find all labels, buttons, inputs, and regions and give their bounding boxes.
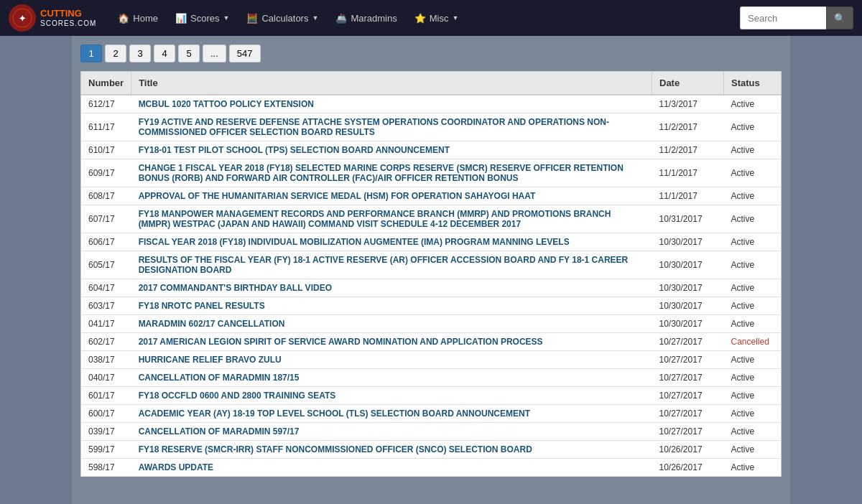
search-wrapper: 🔍 xyxy=(740,6,853,29)
cell-status: Active xyxy=(724,95,782,113)
table-row: 612/17MCBUL 1020 TATTOO POLICY EXTENSION… xyxy=(81,95,782,113)
pagination: 12345...547 xyxy=(80,45,782,62)
eagle-icon: ✦ xyxy=(12,8,32,28)
cell-date: 10/27/2017 xyxy=(652,333,724,351)
cell-number: 038/17 xyxy=(81,351,131,369)
cell-title: FY18-01 TEST PILOT SCHOOL (TPS) SELECTIO… xyxy=(131,141,652,159)
cell-date: 10/30/2017 xyxy=(652,279,724,297)
cell-number: 610/17 xyxy=(81,141,131,159)
title-link[interactable]: MCBUL 1020 TATTOO POLICY EXTENSION xyxy=(139,99,314,109)
col-header-date: Date xyxy=(652,72,724,95)
page-button-1[interactable]: 1 xyxy=(80,45,102,62)
cell-title: HURRICANE RELIEF BRAVO ZULU xyxy=(131,351,652,369)
calculators-icon: 🧮 xyxy=(246,13,258,24)
title-link[interactable]: FY18 MANPOWER MANAGEMENT RECORDS AND PER… xyxy=(139,209,611,229)
cell-date: 10/27/2017 xyxy=(652,423,724,441)
title-link[interactable]: FISCAL YEAR 2018 (FY18) INDIVIDUAL MOBIL… xyxy=(139,237,570,247)
cell-date: 11/1/2017 xyxy=(652,187,724,205)
table-row: 040/17CANCELLATION OF MARADMIN 187/1510/… xyxy=(81,369,782,387)
cell-title: 2017 COMMANDANT'S BIRTHDAY BALL VIDEO xyxy=(131,279,652,297)
svg-text:✦: ✦ xyxy=(19,14,26,24)
cell-status: Active xyxy=(724,423,782,441)
title-link[interactable]: FY18-01 TEST PILOT SCHOOL (TPS) SELECTIO… xyxy=(139,145,450,155)
brand-name: CUTTING xyxy=(40,9,96,19)
cell-date: 11/1/2017 xyxy=(652,159,724,187)
title-link[interactable]: ACADEMIC YEAR (AY) 18-19 TOP LEVEL SCHOO… xyxy=(139,409,530,419)
col-header-number: Number xyxy=(81,72,131,95)
maradmins-button[interactable]: 🚢 Maradmins xyxy=(328,9,404,28)
home-label: Home xyxy=(133,13,158,24)
data-table: Number Title Date Status 612/17MCBUL 102… xyxy=(80,71,782,477)
page-button-...[interactable]: ... xyxy=(203,45,226,62)
table-row: 601/17FY18 OCCFLD 0600 AND 2800 TRAINING… xyxy=(81,387,782,405)
cell-status: Active xyxy=(724,441,782,459)
search-icon: 🔍 xyxy=(834,13,845,24)
brand-icon: ✦ xyxy=(9,4,36,32)
table-header-row: Number Title Date Status xyxy=(81,72,782,95)
table-row: 039/17CANCELLATION OF MARADMIN 597/1710/… xyxy=(81,423,782,441)
title-link[interactable]: FY19 ACTIVE AND RESERVE DEFENSE ATTACHE … xyxy=(139,117,609,137)
misc-button[interactable]: ⭐ Misc ▼ xyxy=(407,9,466,28)
misc-icon: ⭐ xyxy=(414,13,426,24)
table-row: 602/172017 AMERICAN LEGION SPIRIT OF SER… xyxy=(81,333,782,351)
cell-date: 11/2/2017 xyxy=(652,113,724,141)
search-button[interactable]: 🔍 xyxy=(826,6,853,29)
brand-text: CUTTING SCORES.COM xyxy=(40,9,96,27)
cell-number: 605/17 xyxy=(81,251,131,279)
page-button-5[interactable]: 5 xyxy=(178,45,200,62)
cell-date: 10/27/2017 xyxy=(652,369,724,387)
cell-status: Active xyxy=(724,205,782,233)
page-button-4[interactable]: 4 xyxy=(154,45,175,62)
title-link[interactable]: FY18 RESERVE (SMCR-IRR) STAFF NONCOMMISS… xyxy=(139,444,532,454)
search-input[interactable] xyxy=(740,6,826,29)
title-link[interactable]: CANCELLATION OF MARADMIN 597/17 xyxy=(139,426,300,437)
table-row: 610/17FY18-01 TEST PILOT SCHOOL (TPS) SE… xyxy=(81,141,782,159)
home-icon: 🏠 xyxy=(118,13,129,24)
brand-logo[interactable]: ✦ CUTTING SCORES.COM xyxy=(9,4,96,32)
cell-number: 609/17 xyxy=(81,159,131,187)
title-link[interactable]: CANCELLATION OF MARADMIN 187/15 xyxy=(139,373,300,383)
cell-status: Active xyxy=(724,251,782,279)
title-link[interactable]: RESULTS OF THE FISCAL YEAR (FY) 18-1 ACT… xyxy=(139,255,629,275)
table-row: 609/17CHANGE 1 FISCAL YEAR 2018 (FY18) S… xyxy=(81,159,782,187)
cell-title: CANCELLATION OF MARADMIN 187/15 xyxy=(131,369,652,387)
table-body: 612/17MCBUL 1020 TATTOO POLICY EXTENSION… xyxy=(81,95,782,477)
page-button-2[interactable]: 2 xyxy=(105,45,126,62)
cell-number: 599/17 xyxy=(81,441,131,459)
title-link[interactable]: CHANGE 1 FISCAL YEAR 2018 (FY18) SELECTE… xyxy=(139,163,624,183)
cell-title: APPROVAL OF THE HUMANITARIAN SERVICE MED… xyxy=(131,187,652,205)
cell-number: 602/17 xyxy=(81,333,131,351)
cell-number: 611/17 xyxy=(81,113,131,141)
title-link[interactable]: MARADMIN 602/17 CANCELLATION xyxy=(139,319,285,329)
scores-button[interactable]: 📊 Scores ▼ xyxy=(168,9,236,28)
page-button-547[interactable]: 547 xyxy=(229,45,261,62)
calculators-button[interactable]: 🧮 Calculators ▼ xyxy=(239,9,325,28)
title-link[interactable]: FY18 OCCFLD 0600 AND 2800 TRAINING SEATS xyxy=(139,391,336,401)
navbar: ✦ CUTTING SCORES.COM 🏠 Home 📊 Scores ▼ 🧮… xyxy=(0,0,862,36)
table-row: 600/17ACADEMIC YEAR (AY) 18-19 TOP LEVEL… xyxy=(81,405,782,423)
cell-status: Active xyxy=(724,233,782,251)
cell-title: FY18 OCCFLD 0600 AND 2800 TRAINING SEATS xyxy=(131,387,652,405)
cell-date: 10/30/2017 xyxy=(652,233,724,251)
cell-date: 10/30/2017 xyxy=(652,297,724,315)
cell-date: 11/3/2017 xyxy=(652,95,724,113)
title-link[interactable]: 2017 COMMANDANT'S BIRTHDAY BALL VIDEO xyxy=(139,283,332,293)
cell-number: 600/17 xyxy=(81,405,131,423)
title-link[interactable]: AWARDS UPDATE xyxy=(139,462,213,472)
table-row: 598/17AWARDS UPDATE10/26/2017Active xyxy=(81,459,782,477)
title-link[interactable]: 2017 AMERICAN LEGION SPIRIT OF SERVICE A… xyxy=(139,337,543,347)
cell-date: 11/2/2017 xyxy=(652,141,724,159)
scores-caret-icon: ▼ xyxy=(223,14,230,22)
cell-status: Active xyxy=(724,141,782,159)
brand-domain: SCORES.COM xyxy=(40,19,96,27)
home-button[interactable]: 🏠 Home xyxy=(111,9,165,28)
cell-status: Cancelled xyxy=(724,333,782,351)
table-row: 608/17APPROVAL OF THE HUMANITARIAN SERVI… xyxy=(81,187,782,205)
page-button-3[interactable]: 3 xyxy=(129,45,151,62)
cell-status: Active xyxy=(724,279,782,297)
title-link[interactable]: APPROVAL OF THE HUMANITARIAN SERVICE MED… xyxy=(139,191,536,201)
title-link[interactable]: HURRICANE RELIEF BRAVO ZULU xyxy=(139,355,282,365)
cell-title: FY19 ACTIVE AND RESERVE DEFENSE ATTACHE … xyxy=(131,113,652,141)
cell-date: 10/27/2017 xyxy=(652,351,724,369)
title-link[interactable]: FY18 NROTC PANEL RESULTS xyxy=(139,301,265,311)
